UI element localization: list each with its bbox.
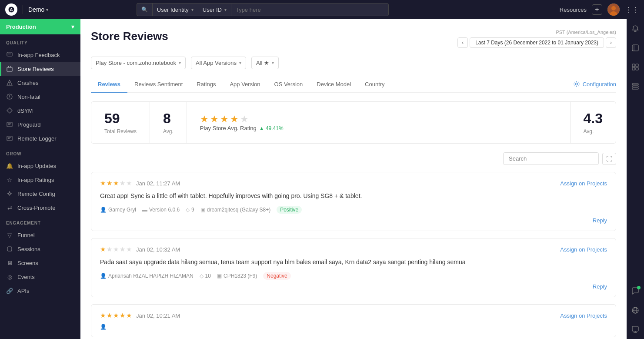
- sidebar-item-inapp-updates[interactable]: 🔔 In-app Updates: [0, 159, 80, 173]
- rating-info: ★ ★ ★ ★ ★ Play Store Avg. Rating ▲ 49.41…: [200, 114, 557, 131]
- review-stars-2: ★ ★ ★ ★ ★: [100, 245, 132, 253]
- sidebar-item-non-fatal[interactable]: Non-fatal: [0, 90, 80, 104]
- tab-device-model[interactable]: Device Model: [310, 77, 358, 93]
- date-range-button[interactable]: Last 7 Days (26 December 2022 to 01 Janu…: [470, 37, 604, 48]
- tabs-row: Reviews Reviews Sentiment Ratings App Ve…: [91, 76, 616, 93]
- svg-point-13: [9, 97, 10, 98]
- review-stars-date-3: ★ ★ ★ ★ ★ Jan 02, 10:21 AM: [100, 312, 180, 319]
- page-header: Store Reviews PST (America/Los_Angeles) …: [91, 30, 616, 48]
- right-panel: [627, 19, 644, 339]
- svg-rect-7: [7, 67, 12, 71]
- review-text-2: Pada saat saya upgrade data hilang semua…: [100, 258, 607, 267]
- events-icon: ◎: [6, 273, 13, 280]
- version-filter[interactable]: All App Versions ▾: [191, 57, 246, 69]
- rp-expand-icon[interactable]: [629, 42, 641, 54]
- assign-projects-3[interactable]: Assign on Projects: [560, 312, 607, 319]
- svg-point-3: [611, 6, 616, 10]
- review-text-1: Great app! Sync is a little off with tab…: [100, 191, 607, 201]
- screens-icon: 🖥: [6, 259, 13, 266]
- expand-button[interactable]: ⛶: [602, 153, 616, 165]
- svg-rect-36: [632, 88, 638, 89]
- rp-notifications-icon[interactable]: [629, 23, 641, 35]
- configuration-button[interactable]: Configuration: [573, 76, 616, 92]
- prev-date-button[interactable]: ‹: [457, 37, 468, 48]
- sidebar-item-dsym[interactable]: dSYM: [0, 104, 80, 117]
- search-bar: 🔍 User Identity ▾ User ID ▾: [137, 3, 389, 16]
- chevron-down-icon: ▾: [179, 60, 181, 65]
- assign-projects-2[interactable]: Assign on Projects: [560, 246, 607, 253]
- sidebar-item-cross-promote[interactable]: ⇄ Cross-Promote: [0, 201, 80, 215]
- rp-grid-icon[interactable]: [629, 61, 641, 73]
- review-card-3: ★ ★ ★ ★ ★ Jan 02, 10:21 AM Assign on Pro…: [91, 304, 616, 337]
- sidebar-item-crashes[interactable]: Crashes: [0, 76, 80, 90]
- section-title-engagement: ENGAGEMENT: [0, 215, 80, 228]
- tab-reviews[interactable]: Reviews: [91, 77, 127, 93]
- identity-dropdown[interactable]: User Identity ▾: [152, 3, 198, 16]
- sidebar-item-sessions[interactable]: Sessions: [0, 242, 80, 256]
- app-name[interactable]: Demo ▾: [28, 6, 48, 13]
- userid-dropdown[interactable]: User ID ▾: [198, 3, 231, 16]
- crashes-icon: [6, 79, 13, 86]
- avatar[interactable]: [607, 3, 620, 16]
- search-icon-segment[interactable]: 🔍: [137, 3, 152, 16]
- r1-star-2: ★: [107, 179, 112, 187]
- rating-filter[interactable]: All ★ ▾: [251, 57, 279, 69]
- ratings-icon: ☆: [6, 176, 13, 183]
- user-icon: 👤: [100, 324, 107, 330]
- add-button[interactable]: +: [592, 4, 602, 15]
- assign-projects-1[interactable]: Assign on Projects: [560, 180, 607, 187]
- sentiment-badge-2: Negative: [263, 272, 290, 280]
- reply-button-1[interactable]: Reply: [593, 217, 607, 224]
- r2-star-1: ★: [100, 245, 106, 253]
- rp-list-icon[interactable]: [629, 80, 641, 92]
- sidebar-item-screens[interactable]: 🖥 Screens: [0, 256, 80, 270]
- rp-globe-icon[interactable]: [629, 304, 641, 316]
- sidebar-item-apis[interactable]: 🔗 APIs: [0, 284, 80, 298]
- next-date-button[interactable]: ›: [606, 37, 616, 48]
- review-header-1: ★ ★ ★ ★ ★ Jan 02, 11:27 AM Assign on Pro…: [100, 179, 607, 187]
- reply-button-2[interactable]: Reply: [593, 283, 607, 290]
- tab-reviews-sentiment[interactable]: Reviews Sentiment: [127, 77, 190, 93]
- tab-ratings[interactable]: Ratings: [190, 77, 223, 93]
- sidebar-item-remote-logger[interactable]: Remote Logger: [0, 131, 80, 145]
- tab-app-version[interactable]: App Version: [223, 77, 267, 93]
- sidebar-item-remote-config[interactable]: Remote Config: [0, 187, 80, 201]
- rp-feedback-icon[interactable]: [629, 323, 641, 336]
- sidebar-item-inapp-ratings[interactable]: ☆ In-app Ratings: [0, 173, 80, 187]
- store-filter[interactable]: Play Store - com.zoho.notebook ▾: [91, 57, 186, 69]
- star-3: ★: [220, 114, 229, 125]
- search-input-segment[interactable]: [231, 3, 389, 16]
- sidebar-item-proguard[interactable]: Proguard: [0, 117, 80, 131]
- r3-star-5: ★: [126, 312, 132, 319]
- stats-row: 59 Total Reviews 8 Avg. ★ ★ ★ ★ ★: [91, 101, 616, 144]
- review-date-3: Jan 02, 10:21 AM: [136, 312, 180, 319]
- reply-row-1: Reply: [100, 217, 607, 224]
- user-icon: 👤: [100, 273, 107, 279]
- review-meta-1: 👤 Gamey Gryl ▬ Version 6.0.6 ◇ 9 ▣ dream…: [100, 206, 607, 214]
- sidebar-item-events[interactable]: ◎ Events: [0, 270, 80, 284]
- svg-rect-34: [632, 84, 638, 85]
- sidebar-item-store-reviews[interactable]: Store Reviews: [0, 62, 80, 76]
- device-icon: ▣: [200, 207, 205, 213]
- review-stars-3: ★ ★ ★ ★ ★: [100, 312, 132, 319]
- tab-os-version[interactable]: OS Version: [267, 77, 310, 93]
- svg-point-21: [9, 193, 11, 195]
- user-icon: 👤: [100, 207, 107, 213]
- sidebar-item-in-app-feedback[interactable]: In-app Feedback: [0, 48, 80, 62]
- env-selector[interactable]: Production ▾: [0, 19, 80, 34]
- sidebar-item-funnel[interactable]: ▽ Funnel: [0, 228, 80, 242]
- svg-rect-32: [632, 67, 635, 70]
- review-date-1: Jan 02, 11:27 AM: [136, 180, 180, 187]
- total-reviews-label: Total Reviews: [104, 128, 137, 134]
- chevron-down-icon: ▾: [272, 60, 274, 65]
- search-input[interactable]: [236, 7, 384, 13]
- promote-icon: ⇄: [6, 204, 13, 211]
- svg-rect-33: [636, 67, 638, 70]
- resources-link[interactable]: Resources: [560, 7, 587, 13]
- date-navigation: ‹ Last 7 Days (26 December 2022 to 01 Ja…: [457, 37, 616, 48]
- grid-icon[interactable]: ⋮⋮: [625, 6, 639, 14]
- upvote-icon: ◇: [200, 273, 204, 279]
- tab-country[interactable]: Country: [358, 77, 392, 93]
- reviews-search-input[interactable]: [503, 152, 599, 165]
- logger-icon: [6, 135, 13, 142]
